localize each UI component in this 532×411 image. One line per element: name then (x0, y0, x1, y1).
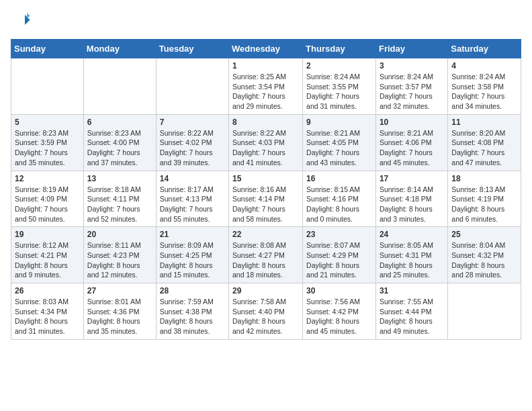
calendar-week-row: 26Sunrise: 8:03 AM Sunset: 4:34 PM Dayli… (11, 283, 521, 340)
weekday-header: Tuesday (156, 40, 228, 58)
cell-content: Sunrise: 8:14 AM Sunset: 4:18 PM Dayligh… (380, 185, 444, 224)
svg-marker-1 (27, 13, 30, 19)
cell-content: Sunrise: 8:11 AM Sunset: 4:23 PM Dayligh… (87, 240, 152, 280)
day-number: 8 (232, 118, 299, 127)
day-number: 30 (306, 286, 372, 295)
day-number: 28 (160, 286, 225, 295)
cell-content: Sunrise: 7:55 AM Sunset: 4:44 PM Dayligh… (380, 297, 444, 336)
calendar-cell: 4Sunrise: 8:24 AM Sunset: 3:58 PM Daylig… (448, 58, 521, 115)
day-number: 15 (232, 174, 299, 183)
calendar-cell: 23Sunrise: 8:07 AM Sunset: 4:29 PM Dayli… (303, 227, 376, 283)
calendar-header-row: SundayMondayTuesdayWednesdayThursdayFrid… (11, 40, 521, 58)
calendar-cell: 31Sunrise: 7:55 AM Sunset: 4:44 PM Dayli… (375, 283, 447, 340)
day-number: 19 (15, 230, 80, 239)
day-number: 23 (306, 230, 372, 239)
cell-content: Sunrise: 7:58 AM Sunset: 4:40 PM Dayligh… (232, 297, 299, 336)
calendar-cell: 2Sunrise: 8:24 AM Sunset: 3:55 PM Daylig… (303, 58, 376, 115)
calendar-cell: 6Sunrise: 8:23 AM Sunset: 4:00 PM Daylig… (83, 114, 156, 171)
day-number: 25 (451, 230, 517, 239)
calendar-week-row: 1Sunrise: 8:25 AM Sunset: 3:54 PM Daylig… (11, 58, 521, 115)
day-number: 2 (306, 61, 372, 71)
calendar-cell: 3Sunrise: 8:24 AM Sunset: 3:57 PM Daylig… (375, 58, 447, 115)
cell-content: Sunrise: 8:24 AM Sunset: 3:57 PM Dayligh… (380, 72, 444, 111)
calendar-cell (83, 58, 156, 115)
cell-content: Sunrise: 8:01 AM Sunset: 4:36 PM Dayligh… (87, 297, 152, 336)
calendar-cell: 8Sunrise: 8:22 AM Sunset: 4:03 PM Daylig… (229, 114, 303, 171)
day-number: 13 (87, 174, 152, 183)
day-number: 7 (160, 118, 225, 127)
day-number: 22 (232, 230, 299, 239)
calendar-cell: 12Sunrise: 8:19 AM Sunset: 4:09 PM Dayli… (11, 171, 84, 227)
weekday-header: Friday (375, 40, 447, 58)
cell-content: Sunrise: 8:09 AM Sunset: 4:25 PM Dayligh… (160, 240, 225, 280)
cell-content: Sunrise: 8:05 AM Sunset: 4:31 PM Dayligh… (380, 240, 444, 280)
day-number: 31 (380, 286, 444, 295)
cell-content: Sunrise: 8:22 AM Sunset: 4:03 PM Dayligh… (232, 128, 299, 168)
calendar-cell (156, 58, 228, 115)
cell-content: Sunrise: 8:08 AM Sunset: 4:27 PM Dayligh… (232, 240, 299, 280)
calendar-cell (448, 283, 521, 340)
cell-content: Sunrise: 8:25 AM Sunset: 3:54 PM Dayligh… (232, 72, 299, 111)
cell-content: Sunrise: 8:22 AM Sunset: 4:02 PM Dayligh… (160, 128, 225, 168)
cell-content: Sunrise: 8:12 AM Sunset: 4:21 PM Dayligh… (15, 240, 80, 280)
calendar-cell: 7Sunrise: 8:22 AM Sunset: 4:02 PM Daylig… (156, 114, 228, 171)
calendar-cell: 18Sunrise: 8:13 AM Sunset: 4:19 PM Dayli… (448, 171, 521, 227)
calendar-cell: 26Sunrise: 8:03 AM Sunset: 4:34 PM Dayli… (11, 283, 84, 340)
cell-content: Sunrise: 8:19 AM Sunset: 4:09 PM Dayligh… (15, 185, 80, 224)
cell-content: Sunrise: 8:24 AM Sunset: 3:55 PM Dayligh… (306, 72, 372, 111)
day-number: 5 (15, 118, 80, 127)
calendar-week-row: 12Sunrise: 8:19 AM Sunset: 4:09 PM Dayli… (11, 171, 521, 227)
cell-content: Sunrise: 8:18 AM Sunset: 4:11 PM Dayligh… (87, 185, 152, 224)
calendar-cell: 20Sunrise: 8:11 AM Sunset: 4:23 PM Dayli… (83, 227, 156, 283)
cell-content: Sunrise: 8:24 AM Sunset: 3:58 PM Dayligh… (451, 72, 517, 111)
calendar-cell: 30Sunrise: 7:56 AM Sunset: 4:42 PM Dayli… (303, 283, 376, 340)
cell-content: Sunrise: 7:59 AM Sunset: 4:38 PM Dayligh… (160, 297, 225, 336)
calendar-cell: 24Sunrise: 8:05 AM Sunset: 4:31 PM Dayli… (375, 227, 447, 283)
cell-content: Sunrise: 8:07 AM Sunset: 4:29 PM Dayligh… (306, 240, 372, 280)
calendar-cell: 1Sunrise: 8:25 AM Sunset: 3:54 PM Daylig… (229, 58, 303, 115)
weekday-header: Saturday (448, 40, 521, 58)
cell-content: Sunrise: 7:56 AM Sunset: 4:42 PM Dayligh… (306, 297, 372, 336)
weekday-header: Sunday (11, 40, 84, 58)
weekday-header: Wednesday (229, 40, 303, 58)
cell-content: Sunrise: 8:21 AM Sunset: 4:05 PM Dayligh… (306, 128, 372, 168)
day-number: 11 (451, 118, 517, 127)
calendar-cell: 19Sunrise: 8:12 AM Sunset: 4:21 PM Dayli… (11, 227, 84, 283)
calendar-cell: 14Sunrise: 8:17 AM Sunset: 4:13 PM Dayli… (156, 171, 228, 227)
day-number: 26 (15, 286, 80, 295)
cell-content: Sunrise: 8:20 AM Sunset: 4:08 PM Dayligh… (451, 128, 517, 168)
calendar-cell: 5Sunrise: 8:23 AM Sunset: 3:59 PM Daylig… (11, 114, 84, 171)
day-number: 29 (232, 286, 299, 295)
calendar-cell: 13Sunrise: 8:18 AM Sunset: 4:11 PM Dayli… (83, 171, 156, 227)
calendar-cell: 25Sunrise: 8:04 AM Sunset: 4:32 PM Dayli… (448, 227, 521, 283)
calendar-table: SundayMondayTuesdayWednesdayThursdayFrid… (11, 39, 521, 340)
cell-content: Sunrise: 8:23 AM Sunset: 3:59 PM Dayligh… (15, 128, 80, 168)
day-number: 9 (306, 118, 372, 127)
calendar-week-row: 5Sunrise: 8:23 AM Sunset: 3:59 PM Daylig… (11, 114, 521, 171)
day-number: 10 (380, 118, 444, 127)
calendar-cell: 22Sunrise: 8:08 AM Sunset: 4:27 PM Dayli… (229, 227, 303, 283)
day-number: 14 (160, 174, 225, 183)
calendar-cell: 28Sunrise: 7:59 AM Sunset: 4:38 PM Dayli… (156, 283, 228, 340)
day-number: 3 (380, 61, 444, 71)
calendar-cell: 27Sunrise: 8:01 AM Sunset: 4:36 PM Dayli… (83, 283, 156, 340)
cell-content: Sunrise: 8:17 AM Sunset: 4:13 PM Dayligh… (160, 185, 225, 224)
calendar-cell: 21Sunrise: 8:09 AM Sunset: 4:25 PM Dayli… (156, 227, 228, 283)
day-number: 27 (87, 286, 152, 295)
day-number: 16 (306, 174, 372, 183)
day-number: 12 (15, 174, 80, 183)
day-number: 17 (380, 174, 444, 183)
logo (11, 11, 34, 31)
day-number: 4 (451, 61, 517, 71)
calendar-week-row: 19Sunrise: 8:12 AM Sunset: 4:21 PM Dayli… (11, 227, 521, 283)
day-number: 24 (380, 230, 444, 239)
day-number: 18 (451, 174, 517, 183)
cell-content: Sunrise: 8:13 AM Sunset: 4:19 PM Dayligh… (451, 185, 517, 224)
cell-content: Sunrise: 8:16 AM Sunset: 4:14 PM Dayligh… (232, 185, 299, 224)
calendar-cell: 9Sunrise: 8:21 AM Sunset: 4:05 PM Daylig… (303, 114, 376, 171)
cell-content: Sunrise: 8:15 AM Sunset: 4:16 PM Dayligh… (306, 185, 372, 224)
calendar-cell: 11Sunrise: 8:20 AM Sunset: 4:08 PM Dayli… (448, 114, 521, 171)
calendar-cell: 16Sunrise: 8:15 AM Sunset: 4:16 PM Dayli… (303, 171, 376, 227)
calendar-cell (11, 58, 84, 115)
page-header (11, 11, 521, 31)
